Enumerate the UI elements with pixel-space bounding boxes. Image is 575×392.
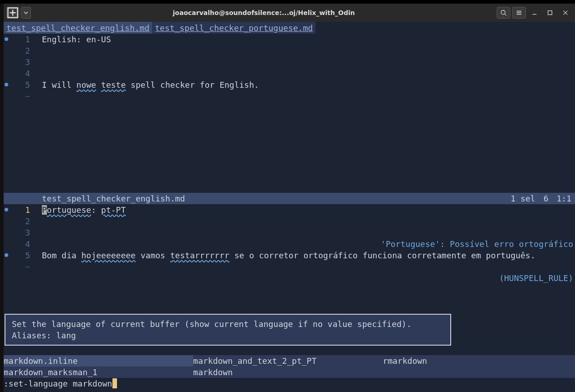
minimize-icon bbox=[531, 10, 538, 16]
svg-point-1 bbox=[501, 10, 505, 15]
minimize-button[interactable] bbox=[528, 7, 541, 19]
hamburger-icon bbox=[516, 10, 522, 16]
cursor-block bbox=[112, 378, 117, 388]
search-icon bbox=[500, 10, 507, 16]
spell-error: teste bbox=[101, 80, 126, 90]
close-icon bbox=[562, 10, 569, 16]
completion-item[interactable]: rmarkdown bbox=[383, 355, 572, 367]
command-help-popup: Set the language of current buffer (show… bbox=[5, 314, 451, 346]
status-selection: 1 sel bbox=[510, 194, 535, 203]
close-button[interactable] bbox=[559, 7, 572, 19]
menu-button[interactable] bbox=[512, 7, 526, 19]
search-button[interactable] bbox=[497, 7, 510, 19]
completion-item[interactable]: markdown_and_text_2_pt_PT bbox=[193, 355, 382, 367]
statusbar-top: test_spell_checker_english.md 1 sel 6 1:… bbox=[4, 193, 575, 204]
tab-portuguese[interactable]: test_spell_checker_portuguese.md bbox=[152, 22, 315, 34]
command-line[interactable]: :set-language markdown bbox=[4, 378, 575, 389]
editor-content-top[interactable]: English: en-US I will nowe teste spell c… bbox=[42, 34, 575, 90]
status-count: 6 bbox=[544, 194, 549, 203]
completion-item[interactable]: markdown bbox=[193, 367, 382, 378]
status-filename: test_spell_checker_english.md bbox=[42, 194, 510, 203]
diagnostic-message: 'Portuguese': Possível erro ortográfico … bbox=[381, 216, 573, 307]
completion-menu[interactable]: markdown.inline markdown_and_text_2_pt_P… bbox=[4, 355, 575, 378]
spell-error: nowe bbox=[76, 80, 96, 90]
status-position: 1:1 bbox=[556, 194, 571, 203]
spell-error: hojeeeeeeee bbox=[81, 251, 136, 260]
cursor: P bbox=[42, 205, 47, 215]
window-titlebar: joaocarvalho@soundofsilence:...oj/Helix_… bbox=[4, 4, 575, 22]
new-tab-button[interactable] bbox=[6, 7, 19, 19]
svg-rect-2 bbox=[548, 11, 552, 15]
window-title: joaocarvalho@soundofsilence:...oj/Helix_… bbox=[31, 9, 497, 16]
maximize-icon bbox=[547, 10, 553, 16]
editor-pane-top[interactable]: 1 2 3 4 5 ~ English: en-US I will nowe t… bbox=[4, 34, 575, 193]
completion-item[interactable]: markdown_marksman_1 bbox=[4, 367, 193, 378]
completion-item[interactable] bbox=[383, 367, 572, 378]
new-tab-dropdown[interactable] bbox=[21, 7, 31, 19]
completion-item[interactable]: markdown.inline bbox=[4, 355, 193, 367]
maximize-button[interactable] bbox=[543, 7, 557, 19]
gutter-bottom: 1 2 3 4 5 ~ bbox=[4, 204, 36, 272]
plus-box-icon bbox=[7, 7, 19, 19]
spell-error: pt-PT bbox=[101, 205, 126, 215]
chevron-down-icon bbox=[24, 11, 28, 14]
tab-english[interactable]: test_spell_checker_english.md bbox=[4, 22, 152, 34]
buffer-tabbar: test_spell_checker_english.md test_spell… bbox=[4, 22, 575, 34]
spell-error: testarrrrrrr bbox=[170, 251, 229, 260]
spell-error: ortuguese bbox=[47, 205, 92, 215]
gutter-top: 1 2 3 4 5 ~ bbox=[4, 34, 36, 102]
